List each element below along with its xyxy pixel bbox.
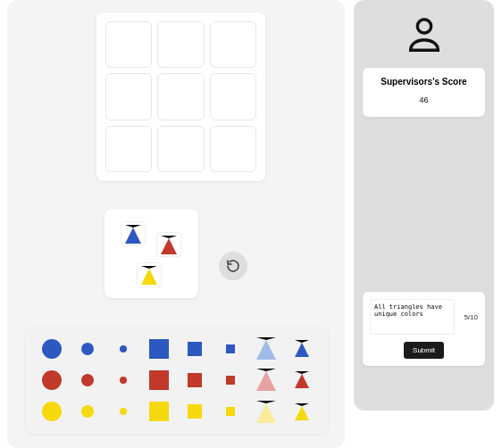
grid-cell[interactable] xyxy=(210,21,256,68)
undo-icon xyxy=(226,259,240,273)
grid-cell[interactable] xyxy=(105,21,152,68)
palette-triangle-blue[interactable] xyxy=(252,336,280,361)
palette-square-red[interactable] xyxy=(216,367,245,393)
palette-circle-red[interactable] xyxy=(38,367,66,393)
palette-triangle-blue[interactable] xyxy=(288,336,316,361)
score-card: Supervisors's Score 46 xyxy=(363,68,485,117)
palette-square-blue[interactable] xyxy=(216,336,245,361)
grid-cell[interactable] xyxy=(157,126,204,172)
attempt-card[interactable] xyxy=(105,209,198,298)
palette-circle-red[interactable] xyxy=(73,367,102,393)
palette-square-red[interactable] xyxy=(180,367,209,393)
reset-button[interactable] xyxy=(219,252,247,280)
svg-point-0 xyxy=(417,20,431,33)
attempt-tile[interactable] xyxy=(156,232,181,257)
palette-triangle-red[interactable] xyxy=(288,367,316,393)
palette-circle-red[interactable] xyxy=(109,367,138,393)
palette-square-yellow[interactable] xyxy=(180,399,209,425)
grid-cell[interactable] xyxy=(210,126,256,172)
game-stage xyxy=(7,0,345,448)
attempt-tile[interactable] xyxy=(121,221,146,246)
grid-cell[interactable] xyxy=(157,21,204,68)
grid-cell[interactable] xyxy=(157,73,204,120)
palette-circle-blue[interactable] xyxy=(109,336,138,361)
palette-circle-yellow[interactable] xyxy=(73,399,102,425)
score-value: 46 xyxy=(368,95,480,104)
grid-cell[interactable] xyxy=(105,73,152,120)
target-grid-card xyxy=(96,12,265,181)
palette-circle-yellow[interactable] xyxy=(109,399,138,425)
attempt-tile[interactable] xyxy=(137,262,162,287)
sidebar: Supervisors's Score 46 5/10 Submit xyxy=(354,0,494,411)
guess-input[interactable] xyxy=(370,299,455,335)
grid-cell[interactable] xyxy=(210,73,256,120)
palette-triangle-red[interactable] xyxy=(252,367,280,393)
palette-square-yellow[interactable] xyxy=(216,399,245,425)
shape-palette xyxy=(25,327,329,434)
palette-square-blue[interactable] xyxy=(145,336,173,361)
score-title: Supervisors's Score xyxy=(368,77,480,87)
guess-counter: 5/10 xyxy=(458,313,478,321)
avatar-icon xyxy=(404,14,445,59)
palette-circle-yellow[interactable] xyxy=(38,399,66,425)
target-grid xyxy=(105,21,256,172)
palette-triangle-yellow[interactable] xyxy=(288,399,316,425)
palette-triangle-yellow[interactable] xyxy=(252,399,280,425)
palette-circle-blue[interactable] xyxy=(38,336,66,361)
palette-square-red[interactable] xyxy=(145,367,173,393)
palette-square-blue[interactable] xyxy=(180,336,209,361)
palette-square-yellow[interactable] xyxy=(145,399,173,425)
guess-card: 5/10 Submit xyxy=(363,292,485,366)
submit-button[interactable]: Submit xyxy=(404,342,444,359)
grid-cell[interactable] xyxy=(105,126,152,172)
palette-circle-blue[interactable] xyxy=(73,336,102,361)
